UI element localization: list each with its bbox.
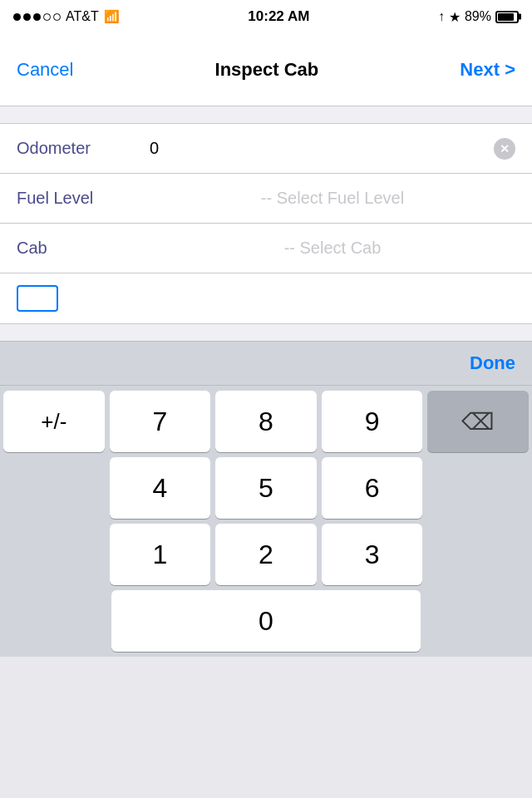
cab-placeholder: -- Select Cab — [150, 239, 515, 258]
status-bar: AT&T 📶 10:22 AM ↑ ★ 89% — [0, 0, 532, 33]
status-right: ↑ ★ 89% — [438, 9, 519, 25]
wifi-icon: 📶 — [104, 9, 120, 24]
form-card: Odometer 0 Fuel Level -- Select Fuel Lev… — [0, 123, 532, 324]
form-area: Odometer 0 Fuel Level -- Select Fuel Lev… — [0, 106, 532, 341]
numpad-8-button[interactable]: 8 — [215, 391, 317, 452]
numpad-9-button[interactable]: 9 — [322, 391, 423, 452]
fuel-level-label: Fuel Level — [17, 189, 150, 208]
page-title: Inspect Cab — [215, 59, 319, 81]
numpad-5-button[interactable]: 5 — [215, 457, 317, 519]
bluetooth-icon: ★ — [449, 9, 461, 25]
numpad-7-button[interactable]: 7 — [110, 391, 211, 452]
numpad: +/- 7 8 9 ⌫ 4 5 6 1 2 3 0 — [0, 386, 532, 657]
next-button[interactable]: Next > — [460, 59, 515, 81]
odometer-clear-button[interactable] — [494, 138, 515, 160]
carrier-label: AT&T — [66, 9, 99, 24]
numpad-sign-button[interactable]: +/- — [3, 391, 105, 452]
cab-row[interactable]: Cab -- Select Cab — [0, 224, 532, 273]
numpad-row-4: 0 — [3, 590, 529, 652]
numpad-row-1: +/- 7 8 9 ⌫ — [3, 391, 529, 452]
numpad-row-2: 4 5 6 — [3, 457, 529, 519]
numpad-row-3: 1 2 3 — [3, 524, 529, 585]
numpad-2-button[interactable]: 2 — [215, 524, 317, 585]
numpad-4-button[interactable]: 4 — [110, 457, 211, 519]
odometer-value: 0 — [150, 139, 494, 158]
location-icon: ↑ — [438, 9, 445, 24]
partial-row — [0, 273, 532, 323]
odometer-label: Odometer — [17, 139, 150, 158]
partial-checkbox — [17, 285, 58, 312]
status-left: AT&T 📶 — [13, 9, 120, 24]
cancel-button[interactable]: Cancel — [17, 59, 73, 81]
battery-icon — [495, 11, 519, 23]
numpad-6-button[interactable]: 6 — [322, 457, 423, 519]
fuel-level-row[interactable]: Fuel Level -- Select Fuel Level — [0, 174, 532, 224]
status-time: 10:22 AM — [248, 8, 309, 25]
keyboard-toolbar: Done — [0, 341, 532, 386]
odometer-row[interactable]: Odometer 0 — [0, 124, 532, 174]
numpad-backspace-button[interactable]: ⌫ — [427, 391, 529, 452]
cab-label: Cab — [17, 239, 150, 258]
numpad-3-button[interactable]: 3 — [322, 524, 423, 585]
nav-bar: Cancel Inspect Cab Next > — [0, 33, 532, 106]
done-button[interactable]: Done — [470, 352, 515, 374]
numpad-0-button[interactable]: 0 — [111, 590, 421, 652]
fuel-level-placeholder: -- Select Fuel Level — [150, 189, 515, 208]
signal-icon — [13, 13, 61, 21]
numpad-1-button[interactable]: 1 — [110, 524, 211, 585]
battery-percent: 89% — [465, 9, 491, 24]
backspace-icon: ⌫ — [461, 408, 495, 436]
